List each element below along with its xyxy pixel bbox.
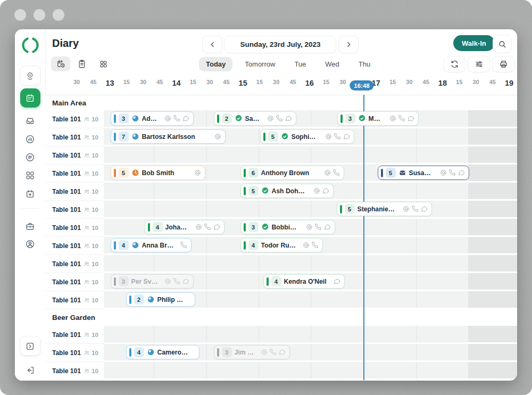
- gridline: [259, 146, 259, 163]
- gridline: [154, 146, 154, 163]
- timeline-band[interactable]: [104, 326, 517, 344]
- grid-button[interactable]: [94, 56, 113, 71]
- table-row: Table 101104Cameron Wang3Jim Clark: [45, 344, 517, 362]
- sidebar-item-apps[interactable]: [20, 166, 40, 185]
- booking-chip[interactable]: 5Ash Dohrety: [240, 184, 334, 198]
- partially-seated-icon: [131, 114, 139, 122]
- table-label-cell: Table 10110: [45, 183, 104, 201]
- booking-chip[interactable]: 4Cameron Wang: [126, 345, 200, 359]
- gridline: [206, 237, 207, 253]
- print-button[interactable]: [492, 56, 514, 72]
- gridline: [154, 183, 154, 199]
- table-label-cell: Table 10110: [45, 128, 104, 146]
- gridline: [416, 237, 417, 253]
- booking-chip[interactable]: 2Philip Garcia: [126, 292, 195, 307]
- calendar-clock-button[interactable]: [51, 56, 70, 71]
- table-capacity: 10: [84, 134, 98, 141]
- clipboard-icon: [77, 59, 87, 69]
- tab-today[interactable]: Today: [199, 57, 232, 71]
- sidebar-item-account[interactable]: [20, 234, 40, 253]
- timeline-band[interactable]: 5Ash Dohrety: [104, 183, 517, 201]
- window-control-3[interactable]: [53, 9, 64, 21]
- timeline-band[interactable]: [104, 146, 517, 164]
- booking-chip[interactable]: 4Anna Brown: [111, 238, 192, 252]
- sidebar-item-location[interactable]: [20, 65, 41, 86]
- sidebar-item-reports[interactable]: [20, 147, 40, 167]
- tab-thu[interactable]: Thu: [352, 57, 377, 71]
- timeline-minute-label: 30: [472, 79, 479, 85]
- booking-chip[interactable]: 3Adam Smith: [111, 111, 194, 126]
- timeline-band[interactable]: 7Bartosz Karlsson5Sophie Jackson: [104, 128, 517, 146]
- clipboard-button[interactable]: [72, 56, 92, 71]
- section-title: Beer Garden: [52, 314, 95, 322]
- timeline-band[interactable]: 2Philip Garcia: [104, 291, 517, 309]
- tab-wed[interactable]: Wed: [318, 57, 346, 71]
- sidebar-item-inbox[interactable]: [20, 111, 40, 130]
- timeline-hour-label: 14: [172, 79, 181, 87]
- booking-chip[interactable]: 5Bob Smith: [111, 166, 205, 180]
- booking-chip[interactable]: 5Stephanie Wilson: [337, 202, 432, 216]
- phone-icon: [312, 242, 319, 249]
- date-next-button[interactable]: [338, 36, 359, 53]
- search-button[interactable]: [493, 35, 512, 53]
- booking-chip[interactable]: 4Kendra O'Neil: [263, 274, 345, 289]
- contact-icons: [325, 133, 350, 140]
- message-icon: [285, 115, 292, 122]
- booking-chip[interactable]: 6Anthony Brown: [240, 166, 344, 180]
- confirmed-badge-icon: [261, 223, 269, 231]
- grid-icon: [99, 60, 108, 69]
- guest-name: Per Svensson: [131, 278, 159, 285]
- booking-chip[interactable]: 5Sophie Jackson: [260, 129, 354, 144]
- account-icon: [25, 239, 35, 249]
- guest-count-badge: 2: [222, 113, 232, 124]
- current-time-badge: 16:48: [350, 80, 373, 90]
- walk-in-button[interactable]: Walk-In: [453, 35, 495, 51]
- sidebar-item-briefcase[interactable]: [20, 217, 40, 236]
- booking-chip[interactable]: 5Susan Morton: [378, 166, 469, 180]
- timeline-band[interactable]: [104, 255, 517, 273]
- timeline-band[interactable]: 4Cameron Wang3Jim Clark: [104, 344, 517, 362]
- date-prev-button[interactable]: [202, 36, 222, 53]
- booking-chip[interactable]: 3Megan J...: [337, 111, 419, 126]
- filters-button[interactable]: [468, 56, 490, 72]
- timeline-band[interactable]: 5Bob Smith6Anthony Brown5Susan Morton: [104, 164, 517, 183]
- status-bar: [114, 114, 116, 123]
- timeline-hour-label: 18: [438, 79, 447, 87]
- timeline-band[interactable]: 4Johan Baxter3Bobbie Carstairs: [104, 219, 517, 237]
- table-capacity: 10: [84, 170, 98, 177]
- booking-chip[interactable]: 4Todor Rusanov: [240, 238, 323, 252]
- message-icon: [182, 115, 189, 122]
- sidebar-item-logout[interactable]: [20, 360, 40, 380]
- chevron-left-icon: [209, 40, 217, 48]
- tab-tomorrow[interactable]: Tomorrow: [238, 57, 282, 71]
- timeline-band[interactable]: 5Stephanie Wilson: [104, 201, 517, 219]
- booking-chip[interactable]: 3Bobbie Carstairs: [240, 220, 335, 234]
- booking-chip[interactable]: 3Per Svensson: [111, 274, 194, 289]
- sidebar-item-diary-calendar[interactable]: [20, 88, 40, 108]
- booking-chip[interactable]: 2Sandra...: [214, 111, 296, 126]
- timeline-band[interactable]: 3Adam Smith2Sandra...3Megan J...: [104, 110, 517, 128]
- sidebar-item-calendar-add[interactable]: [20, 184, 40, 203]
- capacity-value: 10: [92, 152, 98, 159]
- phone-icon: [270, 349, 277, 356]
- window-control-1[interactable]: [14, 9, 26, 21]
- refresh-button[interactable]: [443, 56, 466, 72]
- table-name: Table 101: [52, 188, 81, 195]
- timeline-minute-label: 30: [273, 79, 279, 85]
- timeline-band[interactable]: 3Per Svensson4Kendra O'Neil: [104, 273, 517, 291]
- table-capacity: 10: [84, 225, 98, 231]
- tab-tue[interactable]: Tue: [287, 57, 313, 71]
- off-hours-shade: [469, 110, 517, 127]
- timeline-band[interactable]: [104, 362, 517, 380]
- date-display[interactable]: Sunday, 23rd July, 2023: [225, 36, 336, 53]
- gridline: [259, 326, 259, 342]
- booking-chip[interactable]: 3Jim Clark: [214, 345, 290, 359]
- sidebar-item-expand[interactable]: [20, 336, 41, 356]
- booking-chip[interactable]: 4Johan Baxter: [145, 220, 225, 234]
- off-hours-shade: [469, 237, 517, 253]
- window-control-2[interactable]: [34, 9, 45, 21]
- booking-chip[interactable]: 7Bartosz Karlsson: [111, 129, 226, 144]
- sidebar-item-stats[interactable]: [20, 129, 40, 149]
- guest-name: Ash Dohrety: [272, 187, 307, 195]
- timeline-band[interactable]: 4Anna Brown4Todor Rusanov: [104, 237, 517, 255]
